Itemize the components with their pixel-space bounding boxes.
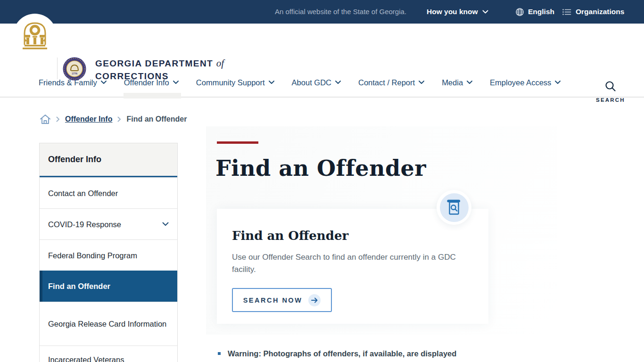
gdc-seal-icon: 1776 <box>62 57 87 81</box>
chevron-down-icon[interactable] <box>162 222 169 226</box>
sidebar-item-label: Georgia Release Card Information <box>48 318 166 330</box>
how-you-know-label: How you know <box>427 8 478 16</box>
search-icon <box>604 81 617 93</box>
sidebar-item-label: Contact an Offender <box>48 187 118 199</box>
chevron-down-icon <box>335 81 341 84</box>
dept-of: of <box>216 58 224 69</box>
svg-text:1776: 1776 <box>72 72 77 75</box>
site-wordmark[interactable]: GEORGIA DEPARTMENT of CORRECTIONS <box>95 58 224 82</box>
nav-item-contact-report[interactable]: Contact / Report <box>358 78 424 87</box>
document-search-icon <box>446 198 462 216</box>
language-label: English <box>528 8 554 16</box>
home-icon[interactable] <box>40 114 51 124</box>
title-accent-rule <box>217 141 258 144</box>
chevron-down-icon <box>269 81 274 84</box>
nav-item-label: Employee Access <box>490 78 551 87</box>
search-now-label: SEARCH NOW <box>243 296 303 304</box>
chevron-down-icon <box>555 81 561 84</box>
nav-item-employee-access[interactable]: Employee Access <box>490 78 561 87</box>
card-title: Find an Offender <box>232 229 473 243</box>
official-website-message: An official website of the State of Geor… <box>275 0 406 24</box>
warning-text: Warning: Photographs of offenders, if av… <box>228 348 456 359</box>
arrow-right-icon <box>311 297 318 303</box>
language-selector[interactable]: English <box>515 0 554 24</box>
org-list-icon <box>562 8 571 16</box>
globe-icon <box>515 8 524 16</box>
nav-item-media[interactable]: Media <box>442 78 472 87</box>
sidebar-item-georgia-release-card[interactable]: Georgia Release Card Information <box>40 302 177 346</box>
offender-search-badge <box>437 190 471 225</box>
breadcrumb-link-offender-info[interactable]: Offender Info <box>65 115 112 123</box>
how-you-know-button[interactable]: How you know <box>427 0 488 24</box>
chevron-down-icon <box>419 81 424 84</box>
warning-note: Warning: Photographs of offenders, if av… <box>218 348 491 359</box>
chevron-right-icon <box>117 116 121 122</box>
card-body-text: Use our Offender Search to find an offen… <box>232 251 461 276</box>
badge-circle <box>440 193 469 222</box>
georgia-arch-logo[interactable] <box>13 14 57 57</box>
dept-line2: CORRECTIONS <box>95 71 224 82</box>
sidebar-item-label: Federal Bonding Program <box>48 249 137 262</box>
organizations-button[interactable]: Organizations <box>562 0 624 24</box>
find-offender-card: Find an Offender Use our Offender Search… <box>217 209 488 324</box>
sidebar-item-label: COVID-19 Response <box>48 218 121 230</box>
organizations-label: Organizations <box>576 8 624 16</box>
search-label: SEARCH <box>594 97 627 103</box>
nav-item-label: Contact / Report <box>358 78 415 87</box>
chevron-down-icon <box>482 10 488 14</box>
site-search-button[interactable]: SEARCH <box>594 81 627 103</box>
official-state-bar: An official website of the State of Geor… <box>0 0 644 24</box>
sidebar-item-contact-an-offender[interactable]: Contact an Offender <box>40 177 177 208</box>
breadcrumb: Offender Info Find an Offender <box>40 114 187 124</box>
sidebar-item-find-an-offender[interactable]: Find an Offender <box>40 271 177 302</box>
bullet-square-icon <box>218 352 221 355</box>
chevron-down-icon <box>467 81 472 84</box>
sidebar-title: Offender Info <box>40 143 177 177</box>
page-title: Find an Offender <box>215 156 426 181</box>
arch-icon <box>21 20 49 50</box>
sidebar-item-incarcerated-veterans[interactable]: Incarcerated Veterans <box>40 346 177 362</box>
nav-item-about-gdc[interactable]: About GDC <box>292 78 341 87</box>
breadcrumb-current: Find an Offender <box>126 115 187 123</box>
logo-divider <box>57 58 58 79</box>
sidebar-item-covid-19-response[interactable]: COVID-19 Response <box>40 208 177 239</box>
sidebar-offender-info: Offender Info Contact an Offender COVID-… <box>39 143 178 362</box>
nav-item-label: About GDC <box>292 78 331 87</box>
dept-line1: GEORGIA DEPARTMENT <box>95 58 213 68</box>
nav-item-label: Media <box>442 78 463 87</box>
chevron-right-icon <box>56 116 60 122</box>
sidebar-item-label: Find an Offender <box>48 280 110 292</box>
sidebar-item-federal-bonding-program[interactable]: Federal Bonding Program <box>40 239 177 271</box>
sidebar-item-label: Incarcerated Veterans <box>48 354 124 362</box>
arrow-circle <box>308 294 321 306</box>
search-now-button[interactable]: SEARCH NOW <box>232 288 332 312</box>
